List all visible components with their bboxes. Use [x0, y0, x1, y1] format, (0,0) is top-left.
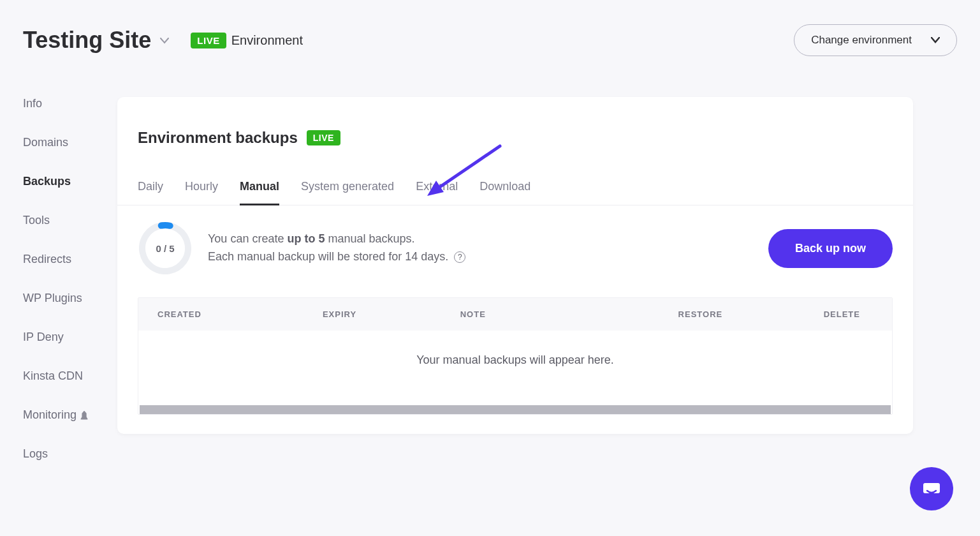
bell-icon — [80, 411, 88, 420]
tab-external[interactable]: External — [416, 180, 458, 205]
help-icon[interactable]: ? — [454, 251, 465, 263]
chevron-down-icon — [931, 34, 940, 47]
tab-hourly[interactable]: Hourly — [185, 180, 218, 205]
panel-title: Environment backups — [138, 129, 298, 147]
tab-label: Hourly — [185, 180, 218, 193]
sidebar-item-label: Info — [23, 97, 42, 110]
sidebar-item-label: IP Deny — [23, 331, 64, 344]
col-note: NOTE — [460, 309, 598, 319]
sidebar-item-monitoring[interactable]: Monitoring — [23, 408, 117, 422]
sidebar-item-info[interactable]: Info — [23, 97, 117, 110]
tab-download[interactable]: Download — [479, 180, 530, 205]
tab-system-generated[interactable]: System generated — [301, 180, 394, 205]
col-restore: RESTORE — [597, 309, 735, 319]
col-created: CREATED — [157, 309, 323, 319]
sidebar-item-ip-deny[interactable]: IP Deny — [23, 331, 117, 344]
sidebar-item-backups[interactable]: Backups — [23, 175, 117, 188]
site-title: Testing Site — [23, 27, 151, 54]
sidebar-item-label: Backups — [23, 175, 71, 188]
panel-live-badge: LIVE — [307, 130, 340, 145]
backups-panel: Environment backups LIVE Daily Hourly Ma… — [117, 97, 913, 434]
backup-now-button[interactable]: Back up now — [768, 229, 893, 268]
usage-ring: 0 / 5 — [138, 221, 193, 276]
info-text-part: manual backups. — [325, 232, 414, 245]
tab-label: System generated — [301, 180, 394, 193]
tab-label: Daily — [138, 180, 163, 193]
sidebar-item-tools[interactable]: Tools — [23, 214, 117, 227]
tab-label: External — [416, 180, 458, 193]
info-text: You can create up to 5 manual backups. E… — [208, 230, 465, 266]
sidebar-item-label: Logs — [23, 447, 48, 461]
sidebar-item-label: Redirects — [23, 253, 71, 266]
change-environment-button[interactable]: Change environment — [794, 24, 957, 56]
sidebar-item-redirects[interactable]: Redirects — [23, 253, 117, 266]
site-selector[interactable]: Testing Site — [23, 27, 169, 54]
horizontal-scrollbar[interactable] — [140, 405, 891, 414]
sidebar-item-label: Monitoring — [23, 408, 77, 422]
sidebar-item-label: Tools — [23, 214, 50, 227]
tab-label: Download — [479, 180, 530, 193]
table-header: CREATED EXPIRY NOTE RESTORE DELETE — [138, 298, 892, 331]
sidebar-item-kinsta-cdn[interactable]: Kinsta CDN — [23, 369, 117, 383]
chat-launcher-button[interactable] — [910, 467, 953, 510]
sidebar-item-label: Kinsta CDN — [23, 369, 83, 383]
backup-tabs: Daily Hourly Manual System generated Ext… — [117, 180, 913, 205]
panel-heading: Environment backups LIVE — [117, 129, 913, 147]
backups-table: CREATED EXPIRY NOTE RESTORE DELETE Your … — [138, 297, 893, 415]
page-header: Testing Site LIVE Environment Change env… — [0, 0, 980, 56]
tab-label: Manual — [240, 180, 279, 193]
sidebar-item-wp-plugins[interactable]: WP Plugins — [23, 292, 117, 305]
table-empty-message: Your manual backups will appear here. — [138, 331, 892, 392]
info-text-part: You can create — [208, 232, 287, 245]
col-expiry: EXPIRY — [323, 309, 460, 319]
usage-text: 0 / 5 — [138, 221, 193, 276]
sidebar-item-domains[interactable]: Domains — [23, 136, 117, 149]
env-live-badge: LIVE — [191, 33, 226, 48]
info-text-strong: up to 5 — [287, 232, 325, 245]
manual-backup-info: 0 / 5 You can create up to 5 manual back… — [117, 205, 913, 291]
change-env-label: Change environment — [811, 34, 912, 47]
tab-manual[interactable]: Manual — [240, 180, 279, 205]
chevron-down-icon — [160, 34, 169, 47]
tab-daily[interactable]: Daily — [138, 180, 163, 205]
sidebar: Info Domains Backups Tools Redirects WP … — [0, 97, 117, 461]
col-delete: DELETE — [735, 309, 873, 319]
env-label: Environment — [231, 33, 303, 48]
sidebar-item-logs[interactable]: Logs — [23, 447, 117, 461]
chat-icon — [921, 479, 942, 499]
sidebar-item-label: Domains — [23, 136, 68, 149]
sidebar-item-label: WP Plugins — [23, 292, 82, 305]
info-text-line2: Each manual backup will be stored for 14… — [208, 250, 448, 263]
